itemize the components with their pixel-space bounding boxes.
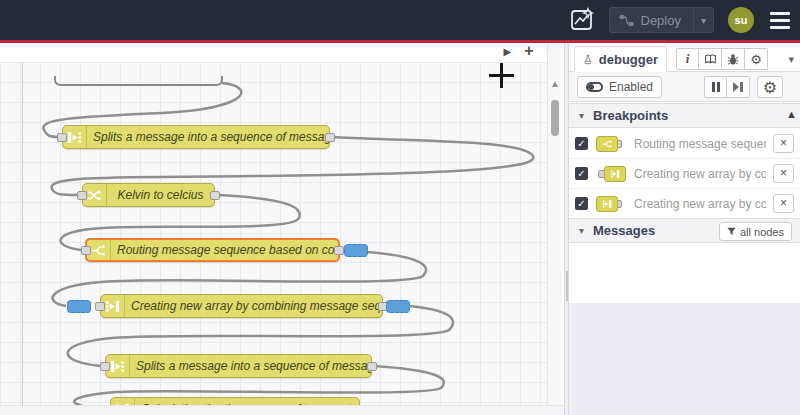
breakpoint-checkbox[interactable] bbox=[575, 167, 588, 180]
deploy-button-group: Deploy ▾ bbox=[609, 7, 715, 33]
main-menu-icon[interactable] bbox=[768, 8, 792, 33]
info-icon: i bbox=[686, 51, 690, 67]
output-port[interactable] bbox=[210, 191, 220, 200]
input-port[interactable] bbox=[95, 302, 105, 311]
node-red-app: Deploy ▾ su ▶ + ▾ bbox=[0, 0, 800, 415]
breakpoints-section-header[interactable]: ▾ Breakpoints ▲ bbox=[569, 103, 800, 128]
flow-canvas[interactable]: Splits a message into a sequence of mess… bbox=[0, 62, 547, 405]
app-header: Deploy ▾ su bbox=[0, 0, 800, 40]
chevron-down-icon: ▾ bbox=[579, 225, 584, 236]
breakpoint-badge[interactable] bbox=[344, 244, 368, 257]
step-icon bbox=[733, 82, 743, 92]
gear-icon: ⚙ bbox=[750, 52, 762, 67]
switch-node-icon bbox=[595, 136, 627, 152]
user-avatar[interactable]: su bbox=[728, 7, 754, 33]
flow-node-change[interactable]: Kelvin to celcius bbox=[82, 183, 215, 207]
breakpoint-row[interactable]: Creating new array by combining message … bbox=[569, 159, 800, 189]
tab-debugger[interactable]: debugger bbox=[574, 46, 667, 72]
input-port[interactable] bbox=[57, 133, 67, 142]
messages-section-header[interactable]: ▾ Messages all nodes bbox=[569, 218, 800, 243]
debugger-enabled-toggle[interactable]: Enabled bbox=[577, 76, 662, 98]
filter-label: all nodes bbox=[740, 226, 784, 238]
gear-icon: ⚙ bbox=[763, 78, 777, 97]
messages-list-empty-row bbox=[569, 286, 800, 303]
canvas-bottom-strip bbox=[0, 405, 566, 415]
input-port[interactable] bbox=[100, 362, 110, 371]
add-flow-button[interactable]: + bbox=[524, 44, 533, 58]
breakpoint-badge-output[interactable] bbox=[386, 300, 410, 313]
input-port[interactable] bbox=[81, 246, 91, 255]
tab-scroll-right-icon[interactable]: ▶ bbox=[503, 46, 511, 57]
breakpoint-badge-input[interactable] bbox=[67, 300, 91, 313]
pause-button[interactable] bbox=[704, 76, 727, 98]
step-button[interactable] bbox=[727, 76, 750, 98]
sidebar-scroll-up-icon[interactable]: ▲ bbox=[786, 108, 797, 120]
breakpoint-checkbox[interactable] bbox=[575, 137, 588, 150]
deploy-button[interactable]: Deploy bbox=[610, 13, 693, 28]
breakpoint-checkbox[interactable] bbox=[575, 197, 588, 210]
node-label: Splits a message into a sequence of mess… bbox=[130, 359, 371, 373]
flow-node-join-2[interactable]: Calculating the the average of temperatu… bbox=[110, 397, 360, 405]
breakpoint-row[interactable]: Creating new array by combining message … bbox=[569, 189, 800, 219]
tab-label: debugger bbox=[599, 52, 658, 67]
flow-node-switch[interactable]: Routing message sequence based on condit… bbox=[85, 238, 340, 262]
workspace-left-edge bbox=[22, 62, 23, 405]
sidebar: debugger i ⚙ ▾ bbox=[569, 43, 800, 415]
breakpoint-row[interactable]: Routing message sequence based on condit… bbox=[569, 129, 800, 159]
scroll-up-icon[interactable]: ▲ bbox=[550, 78, 560, 89]
chevron-down-icon: ▾ bbox=[579, 110, 584, 121]
funnel-icon bbox=[727, 227, 736, 236]
book-icon bbox=[704, 53, 717, 65]
node-label: Creating new array by combining message … bbox=[125, 299, 382, 313]
node-label: Routing message sequence based on condit… bbox=[111, 243, 338, 257]
flow-node-split-1[interactable]: Splits a message into a sequence of mess… bbox=[62, 125, 330, 149]
scrollbar-thumb[interactable] bbox=[551, 100, 559, 136]
assistant-chart-icon[interactable] bbox=[569, 7, 595, 33]
section-title: Messages bbox=[593, 223, 655, 238]
deploy-options-dropdown[interactable]: ▾ bbox=[693, 8, 713, 32]
debugger-toolbar: Enabled ⚙ bbox=[569, 72, 800, 102]
flow-node-split-2[interactable]: Splits a message into a sequence of mess… bbox=[105, 354, 372, 378]
info-tab-button[interactable]: i bbox=[676, 48, 699, 70]
enabled-label: Enabled bbox=[609, 80, 653, 94]
deploy-label: Deploy bbox=[641, 13, 681, 28]
join-node-icon bbox=[595, 196, 627, 212]
message-filter-button[interactable]: all nodes bbox=[719, 222, 792, 241]
deploy-icon bbox=[619, 14, 634, 27]
debugger-settings-button[interactable]: ⚙ bbox=[757, 76, 783, 98]
bug-icon bbox=[727, 53, 739, 66]
messages-empty-area bbox=[569, 303, 800, 415]
workspace-tabstrip: ▶ + ▾ bbox=[0, 43, 566, 62]
breakpoint-label: Creating new array by combining message … bbox=[634, 197, 766, 211]
section-title: Breakpoints bbox=[593, 108, 668, 123]
output-port[interactable] bbox=[367, 362, 377, 371]
flask-icon bbox=[583, 53, 593, 66]
output-port[interactable] bbox=[334, 246, 344, 255]
breakpoint-label: Routing message sequence based on condit… bbox=[634, 137, 766, 151]
toggle-icon bbox=[586, 82, 603, 92]
output-port[interactable] bbox=[325, 133, 335, 142]
remove-breakpoint-button[interactable]: × bbox=[773, 134, 794, 153]
sidebar-tabbar: debugger i ⚙ ▾ bbox=[569, 43, 800, 72]
flow-node-join-1[interactable]: Creating new array by combining message … bbox=[100, 294, 383, 318]
help-tab-button[interactable] bbox=[699, 48, 722, 70]
canvas-vertical-scrollbar[interactable]: ▲ bbox=[547, 43, 562, 405]
join-icon bbox=[111, 398, 135, 405]
breakpoint-label: Creating new array by combining message … bbox=[634, 167, 766, 181]
pause-icon bbox=[712, 82, 720, 92]
node-label: Kelvin to celcius bbox=[107, 188, 214, 202]
input-port[interactable] bbox=[77, 191, 87, 200]
node-label: Splits a message into a sequence of mess… bbox=[87, 130, 329, 144]
sidebar-more-chevron-icon[interactable]: ▾ bbox=[788, 53, 794, 66]
remove-breakpoint-button[interactable]: × bbox=[773, 164, 794, 183]
config-tab-button[interactable]: ⚙ bbox=[745, 48, 768, 70]
remove-breakpoint-button[interactable]: × bbox=[773, 194, 794, 213]
debug-tab-button[interactable] bbox=[722, 48, 745, 70]
join-node-icon bbox=[595, 166, 627, 182]
